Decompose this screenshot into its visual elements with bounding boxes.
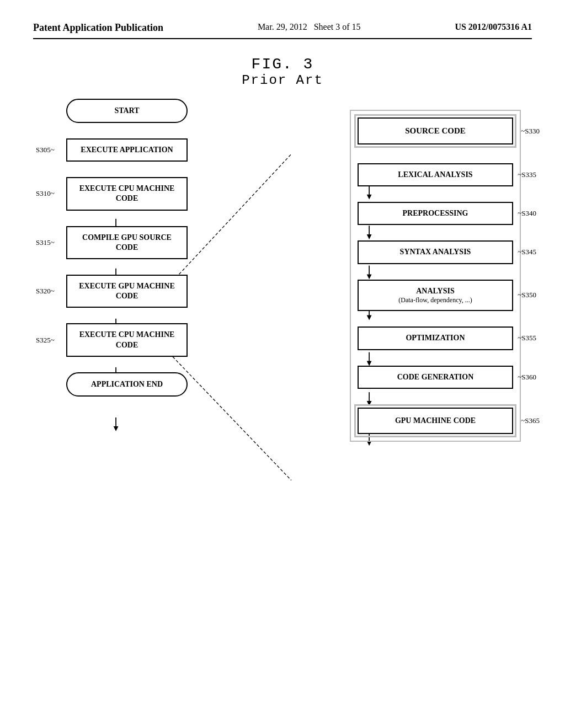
right-outer-box: SOURCE CODE ~S330 LEXICAL ANALYSIS ~S335… [350, 110, 521, 442]
s360-label: ~S360 [518, 373, 536, 382]
gpu-code-step: GPU MACHINE CODE ~S365 [354, 408, 516, 434]
execute-cpu-step: S310~ EXECUTE CPU MACHINE CODE [66, 177, 188, 210]
s335-label: ~S335 [518, 170, 536, 179]
preprocessing-step: PREPROCESSING ~S340 [358, 202, 513, 225]
fig-subtitle: Prior Art [33, 73, 532, 88]
analysis-step: ANALYSIS (Data-flow, dependency, ...) ~S… [358, 280, 513, 312]
compile-gpu-box: COMPILE GPU SOURCE CODE [66, 226, 188, 259]
preprocessing-box: PREPROCESSING [358, 202, 513, 225]
app-end-step: APPLICATION END [66, 372, 188, 397]
s355-label: ~S355 [518, 334, 536, 342]
optimization-box: OPTIMIZATION [358, 326, 513, 350]
code-gen-step: CODE GENERATION ~S360 [358, 366, 513, 389]
execute-cpu2-box: EXECUTE CPU MACHINE CODE [66, 323, 188, 356]
syntax-step: SYNTAX ANALYSIS ~S345 [358, 240, 513, 264]
execute-gpu-step: S320~ EXECUTE GPU MACHINE CODE [66, 275, 188, 308]
left-flowchart: START S305~ EXECUTE APPLICATION S310~ EX… [66, 99, 188, 397]
execute-app-step: S305~ EXECUTE APPLICATION [66, 138, 188, 162]
s315-label: S315~ [36, 238, 55, 247]
execute-cpu2-text: EXECUTE CPU MACHINE CODE [79, 330, 175, 349]
lexical-step: LEXICAL ANALYSIS ~S335 [358, 163, 513, 186]
gpu-code-box: GPU MACHINE CODE [358, 408, 513, 434]
source-code-box: SOURCE CODE [358, 117, 513, 144]
s330-label: ~S330 [521, 127, 540, 136]
source-code-step: SOURCE CODE ~S330 [354, 117, 516, 144]
svg-marker-11 [114, 426, 119, 431]
right-flowchart: SOURCE CODE ~S330 LEXICAL ANALYSIS ~S335… [350, 110, 521, 442]
code-gen-box: CODE GENERATION [358, 366, 513, 389]
header-date: Mar. 29, 2012 [258, 22, 307, 31]
s350-label: ~S350 [518, 291, 536, 299]
s365-label: ~S365 [521, 416, 540, 425]
execute-app-box: EXECUTE APPLICATION [66, 138, 188, 162]
start-box: START [66, 99, 188, 123]
header-publication-label: Patent Application Publication [33, 22, 163, 34]
fig-number: FIG. 3 [33, 56, 532, 73]
diagram: START S305~ EXECUTE APPLICATION S310~ EX… [33, 99, 532, 628]
execute-gpu-box: EXECUTE GPU MACHINE CODE [66, 275, 188, 308]
s310-label: S310~ [36, 189, 55, 198]
s305-label: S305~ [36, 146, 55, 154]
start-step: START [66, 99, 188, 123]
analysis-subtext: (Data-flow, dependency, ...) [363, 296, 508, 305]
header-sheet: Sheet 3 of 15 [314, 22, 361, 31]
execute-gpu-text: EXECUTE GPU MACHINE CODE [79, 282, 174, 300]
page: Patent Application Publication Mar. 29, … [0, 0, 565, 728]
lexical-box: LEXICAL ANALYSIS [358, 163, 513, 186]
analysis-box: ANALYSIS (Data-flow, dependency, ...) [358, 280, 513, 312]
optimization-step: OPTIMIZATION ~S355 [358, 326, 513, 350]
header-date-sheet: Mar. 29, 2012 Sheet 3 of 15 [258, 22, 361, 32]
syntax-box: SYNTAX ANALYSIS [358, 240, 513, 264]
execute-cpu-text: EXECUTE CPU MACHINE CODE [79, 184, 175, 202]
compile-gpu-step: S315~ COMPILE GPU SOURCE CODE [66, 226, 188, 259]
s325-label: S325~ [36, 336, 55, 345]
s340-label: ~S340 [518, 209, 536, 218]
execute-cpu-box: EXECUTE CPU MACHINE CODE [66, 177, 188, 210]
figure-title: FIG. 3 Prior Art [33, 56, 532, 88]
execute-cpu2-step: S325~ EXECUTE CPU MACHINE CODE [66, 323, 188, 356]
header-patent: US 2012/0075316 A1 [455, 22, 532, 32]
compile-gpu-text: COMPILE GPU SOURCE CODE [82, 233, 172, 251]
analysis-text: ANALYSIS [363, 286, 508, 296]
app-end-box: APPLICATION END [66, 372, 188, 397]
s320-label: S320~ [36, 287, 55, 296]
header: Patent Application Publication Mar. 29, … [33, 22, 532, 39]
s345-label: ~S345 [518, 248, 536, 256]
